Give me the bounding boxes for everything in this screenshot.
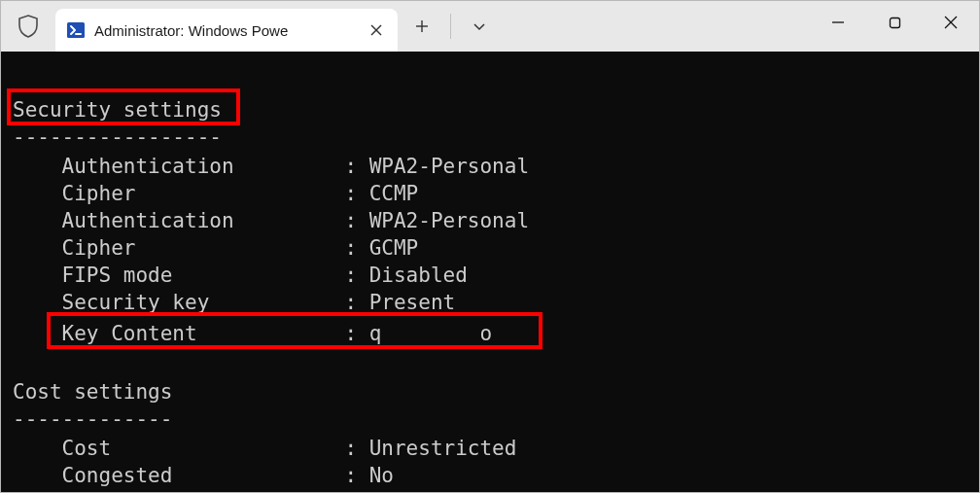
field-label: Security key <box>13 291 344 314</box>
tab-title: Administrator: Windows Powe <box>94 22 357 39</box>
field-label: FIPS mode <box>13 264 344 287</box>
field-label: Authentication <box>13 155 344 178</box>
shield-icon <box>18 15 39 38</box>
chevron-down-icon <box>472 19 486 33</box>
close-icon <box>370 24 382 36</box>
terminal-line: Cost : Unrestricted <box>13 435 516 462</box>
new-tab-button[interactable] <box>398 7 446 46</box>
field-label: Cipher <box>13 182 344 205</box>
section-rule: ----------------- <box>13 123 222 151</box>
terminal-line: Authentication : WPA2-Personal <box>13 153 529 180</box>
minimize-icon <box>831 16 845 29</box>
section-heading-security: Security settings <box>13 96 222 123</box>
field-label: Cipher <box>13 236 344 260</box>
field-value: WPA2-Personal <box>369 155 529 178</box>
terminal-line: Cipher : CCMP <box>13 180 418 207</box>
close-icon <box>944 16 958 29</box>
field-value: WPA2-Personal <box>369 209 529 232</box>
field-sep: : <box>344 437 368 460</box>
window-controls <box>810 1 979 44</box>
field-value: Unrestricted <box>369 437 517 460</box>
terminal-line: Cipher : GCMP <box>13 234 418 262</box>
separator <box>450 14 451 39</box>
field-value: Present <box>369 291 456 314</box>
section-rule: ------------- <box>13 405 172 433</box>
field-value: No <box>369 464 394 487</box>
tab-powershell[interactable]: Administrator: Windows Powe <box>55 9 398 52</box>
window-close-button[interactable] <box>923 1 979 44</box>
tab-close-button[interactable] <box>367 20 386 40</box>
minimize-button[interactable] <box>810 1 866 44</box>
titlebar: Administrator: Windows Powe <box>1 1 979 52</box>
field-sep: : <box>344 322 368 345</box>
terminal-line: Security key : Present <box>13 289 455 316</box>
field-value: q o <box>369 322 492 345</box>
field-value: GCMP <box>369 236 419 260</box>
field-label: Congested <box>13 464 344 487</box>
field-sep: : <box>344 236 368 260</box>
tab-dropdown-button[interactable] <box>455 7 504 46</box>
field-value: Disabled <box>369 264 468 287</box>
terminal-pane[interactable]: Security settings ----------------- Auth… <box>1 52 979 492</box>
field-value: CCMP <box>369 182 419 205</box>
tab-strip-controls <box>398 1 504 52</box>
section-heading-cost: Cost settings <box>13 378 172 405</box>
field-sep: : <box>344 291 368 314</box>
terminal-line-key-content: Key Content : q o <box>13 320 492 347</box>
app-shield-icon-area <box>1 1 55 52</box>
field-label: Key Content <box>13 322 344 345</box>
maximize-icon <box>889 17 901 29</box>
field-sep: : <box>344 464 368 487</box>
field-sep: : <box>344 264 368 287</box>
field-label: Authentication <box>13 209 344 232</box>
terminal-line: FIPS mode : Disabled <box>13 262 468 289</box>
terminal-line: Congested : No <box>13 462 394 489</box>
field-label: Cost <box>13 437 344 460</box>
maximize-button[interactable] <box>866 1 923 44</box>
powershell-icon <box>67 21 85 39</box>
field-sep: : <box>344 155 368 178</box>
svg-rect-7 <box>890 18 899 27</box>
plus-icon <box>415 19 429 33</box>
terminal-line: Authentication : WPA2-Personal <box>13 207 529 234</box>
field-sep: : <box>344 182 368 205</box>
field-sep: : <box>344 209 368 232</box>
